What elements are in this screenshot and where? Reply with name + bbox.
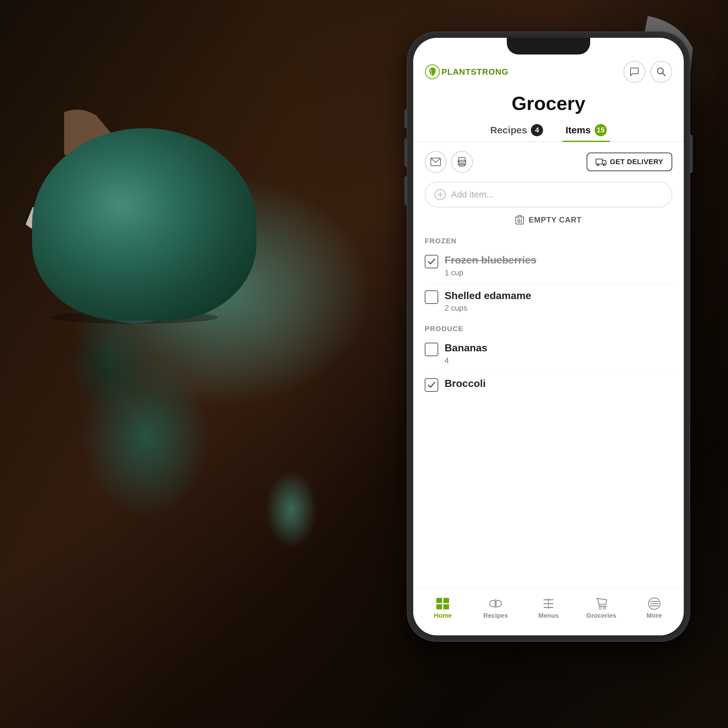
nav-item-menus[interactable]: Menus: [522, 597, 575, 619]
email-icon: [431, 158, 441, 166]
search-icon: [656, 67, 666, 76]
trash-icon: [515, 215, 524, 225]
tab-items-badge: 15: [595, 124, 607, 136]
empty-cart-label: EMPTY CART: [529, 216, 582, 225]
volume-down-button: [404, 176, 407, 205]
item-checkbox-broccoli[interactable]: [425, 378, 438, 392]
page-title: Grocery: [413, 86, 684, 119]
svg-rect-32: [444, 604, 449, 609]
add-item-icon: [434, 189, 446, 200]
list-item: Broccoli: [413, 373, 684, 396]
svg-point-16: [459, 162, 460, 163]
section-label-produce: PRODUCE: [413, 317, 684, 337]
nav-label-groceries: Groceries: [586, 612, 616, 619]
print-icon: [457, 157, 467, 167]
groceries-icon: [594, 597, 609, 610]
mute-button: [404, 109, 407, 128]
list-item: Bananas 4: [413, 337, 684, 370]
item-checkbox-frozen-blueberries[interactable]: [425, 255, 438, 268]
header-icons: [624, 61, 672, 83]
action-icons-group: [425, 151, 473, 173]
delivery-label: GET DELIVERY: [610, 158, 663, 166]
item-name-shelled-edamame: Shelled edamame: [445, 289, 672, 303]
divider: [425, 283, 672, 283]
svg-point-6: [216, 224, 239, 238]
item-qty-bananas: 4: [445, 356, 672, 365]
list-item: Frozen blueberries 1 cup: [413, 249, 684, 282]
home-icon: [436, 597, 450, 610]
svg-rect-29: [436, 598, 442, 603]
chat-icon: [629, 67, 639, 77]
divider: [425, 371, 672, 371]
svg-point-39: [599, 607, 601, 609]
item-text-frozen-blueberries: Frozen blueberries 1 cup: [445, 254, 672, 277]
plantstrong-logo-icon: [425, 64, 440, 80]
power-button: [690, 135, 693, 173]
chat-button[interactable]: [624, 61, 645, 83]
svg-point-1: [45, 175, 225, 210]
checkmark-icon: [428, 258, 435, 265]
menus-icon: [541, 597, 555, 610]
svg-point-0: [42, 176, 228, 215]
recipes-icon: [489, 597, 503, 610]
nav-item-more[interactable]: More: [628, 597, 681, 619]
svg-rect-30: [444, 598, 449, 603]
phone-mockup: PLANTSTRONG: [407, 32, 690, 641]
logo-area: PLANTSTRONG: [425, 64, 508, 80]
item-name-broccoli: Broccoli: [445, 377, 672, 390]
nav-label-home: Home: [434, 612, 452, 619]
svg-point-4: [61, 180, 208, 207]
tab-recipes[interactable]: Recipes 4: [487, 119, 546, 141]
get-delivery-button[interactable]: GET DELIVERY: [587, 153, 672, 171]
tab-items[interactable]: Items 15: [562, 119, 610, 141]
app-content: PLANTSTRONG: [413, 38, 684, 635]
item-qty-shelled-edamame: 2 cups: [445, 304, 672, 312]
nav-label-recipes: Recipes: [483, 612, 508, 619]
svg-rect-25: [518, 216, 521, 217]
nav-item-groceries[interactable]: Groceries: [575, 597, 628, 619]
app-header: PLANTSTRONG: [413, 55, 684, 86]
nav-label-more: More: [647, 612, 662, 619]
email-button[interactable]: [425, 151, 447, 173]
item-text-shelled-edamame: Shelled edamame 2 cups: [445, 289, 672, 313]
phone-frame: PLANTSTRONG: [407, 32, 690, 641]
tab-items-label: Items: [566, 125, 590, 136]
item-qty-frozen-blueberries: 1 cup: [445, 268, 672, 277]
checkmark-icon: [428, 382, 435, 388]
item-text-bananas: Bananas 4: [445, 341, 672, 365]
item-checkbox-shelled-edamame[interactable]: [425, 291, 438, 304]
item-name-frozen-blueberries: Frozen blueberries: [445, 254, 672, 267]
grocery-list: FROZEN Frozen blueberries 1 cup: [413, 229, 684, 635]
svg-rect-2: [122, 173, 147, 183]
empty-cart-button[interactable]: EMPTY CART: [413, 211, 684, 229]
tabs-container: Recipes 4 Items 15: [413, 119, 684, 142]
nav-item-recipes[interactable]: Recipes: [469, 597, 522, 619]
item-text-broccoli: Broccoli: [445, 377, 672, 392]
delivery-truck-icon: [596, 158, 607, 166]
item-checkbox-bananas[interactable]: [425, 343, 438, 356]
svg-rect-17: [596, 159, 603, 164]
bottom-nav: Home Recipes: [413, 587, 684, 635]
svg-point-5: [70, 186, 199, 209]
nav-item-home[interactable]: Home: [416, 597, 469, 619]
search-button[interactable]: [650, 61, 672, 83]
svg-point-19: [603, 164, 605, 166]
add-item-input[interactable]: Add item...: [451, 190, 662, 200]
svg-point-3: [119, 171, 151, 182]
svg-point-40: [603, 607, 606, 609]
svg-rect-31: [436, 604, 442, 609]
add-item-row[interactable]: Add item...: [425, 182, 672, 207]
item-name-bananas: Bananas: [445, 341, 672, 355]
more-icon: [647, 597, 661, 610]
print-button[interactable]: [451, 151, 473, 173]
logo-text: PLANTSTRONG: [441, 67, 508, 77]
svg-line-11: [662, 73, 665, 76]
volume-up-button: [404, 138, 407, 167]
action-bar: GET DELIVERY: [413, 142, 684, 182]
list-item: Shelled edamame 2 cups: [413, 284, 684, 317]
svg-point-18: [597, 164, 599, 166]
tab-recipes-badge: 4: [531, 124, 543, 136]
svg-rect-13: [459, 158, 465, 162]
section-label-frozen: FROZEN: [413, 229, 684, 249]
nav-label-menus: Menus: [538, 612, 558, 619]
